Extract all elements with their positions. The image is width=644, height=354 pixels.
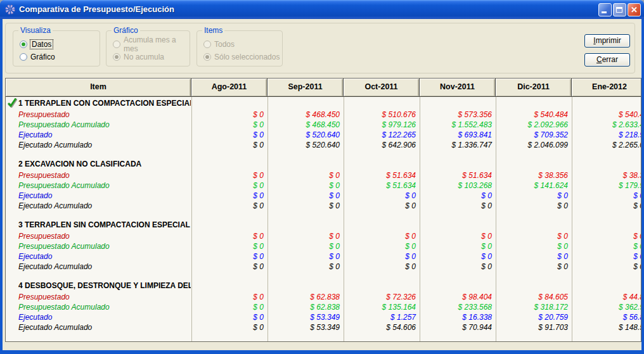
value-cell: $ 0 bbox=[191, 110, 267, 120]
data-row: Presupuestado$ 0$ 0$ 0$ 0$ 0$ 0 bbox=[6, 231, 641, 241]
value-cell: $ 0 bbox=[191, 322, 267, 332]
item-title-row[interactable]: 2 EXCAVACION NO CLASIFICADA bbox=[6, 158, 191, 170]
value-cell: $ 53.349 bbox=[267, 312, 344, 322]
radio-grafico-icon[interactable] bbox=[20, 53, 27, 61]
column-header-month[interactable]: Dic-2011 bbox=[496, 79, 572, 97]
row-label: Presupuestado Acumulado bbox=[6, 241, 191, 251]
value-cell: $ 0 bbox=[191, 241, 267, 251]
value-cell: $ 2.046.099 bbox=[496, 140, 572, 150]
value-cell: $ 0 bbox=[267, 262, 344, 272]
value-cell: $ 0 bbox=[191, 120, 267, 130]
value-cell: $ 0 bbox=[267, 180, 344, 191]
groupbox-visualiza-caption: Visualiza bbox=[18, 26, 53, 35]
value-cell: $ 318.172 bbox=[496, 302, 572, 312]
window-title: Comparativa de Presupuesto/Ejecución bbox=[19, 0, 174, 19]
row-label: Presupuestado bbox=[6, 170, 191, 180]
value-cell: $ 51.634 bbox=[420, 170, 496, 180]
value-cell: $ 0 bbox=[496, 241, 572, 251]
item-title-row[interactable]: 1 TERRAPLEN CON COMPACTACION ESPECIAL bbox=[6, 97, 191, 110]
comparison-table: ItemAgo-2011Sep-2011Oct-2011Nov-2011Dic-… bbox=[5, 78, 641, 342]
value-cell: $ 0 bbox=[496, 251, 572, 262]
value-cell: $ 362.9 bbox=[572, 302, 641, 312]
section-spacer bbox=[6, 272, 641, 279]
minimize-icon bbox=[602, 11, 607, 13]
title-bar[interactable]: Comparativa de Presupuesto/Ejecución ✕ bbox=[0, 0, 644, 19]
column-header-month[interactable]: Nov-2011 bbox=[420, 79, 496, 97]
value-cell: $ 103.268 bbox=[420, 180, 496, 191]
cerrar-button[interactable]: Cerrar bbox=[584, 53, 630, 66]
data-row: Ejecutado$ 0$ 53.349$ 1.257$ 16.338$ 20.… bbox=[6, 312, 641, 322]
data-row: Ejecutado$ 0$ 0$ 0$ 0$ 0$ 0 bbox=[6, 191, 641, 201]
radio-datos-label[interactable]: Datos bbox=[30, 40, 53, 49]
value-cell: $ 1.552.483 bbox=[420, 120, 496, 130]
value-cell: $ 0 bbox=[420, 231, 496, 241]
row-label: Ejecutado Acumulado bbox=[6, 322, 191, 332]
column-header-month[interactable]: Oct-2011 bbox=[344, 79, 420, 97]
column-separator bbox=[572, 97, 572, 341]
value-cell: $ 98.404 bbox=[420, 292, 496, 302]
radio-option-grafico[interactable]: Gráfico bbox=[20, 52, 55, 62]
value-cell: $ 979.126 bbox=[344, 120, 420, 130]
value-cell: $ 179.9 bbox=[572, 180, 641, 191]
radio-datos-icon[interactable] bbox=[20, 41, 27, 48]
value-cell: $ 540.484 bbox=[496, 110, 572, 120]
value-cell: $ 20.759 bbox=[496, 312, 572, 322]
groupbox-items-caption: Items bbox=[202, 26, 224, 35]
value-cell: $ 1.336.747 bbox=[420, 140, 496, 150]
column-header-month[interactable]: Sep-2011 bbox=[267, 79, 344, 97]
data-row: Presupuestado Acumulado$ 0$ 0$ 0$ 0$ 0$ … bbox=[6, 241, 641, 251]
maximize-button[interactable] bbox=[613, 3, 626, 16]
close-icon: ✕ bbox=[628, 4, 640, 16]
radio-option-todos: Todos bbox=[203, 39, 235, 49]
app-icon bbox=[5, 4, 15, 15]
item-title-row[interactable]: 4 DESBOSQUE, DESTRONQUE Y LIMPIEZA DEL T… bbox=[6, 279, 191, 292]
value-cell: $ 141.624 bbox=[496, 180, 572, 191]
value-cell: $ 0 bbox=[344, 251, 420, 262]
data-row: Ejecutado Acumulado$ 0$ 53.349$ 54.606$ … bbox=[6, 322, 641, 332]
value-cell: $ 0 bbox=[191, 130, 267, 140]
radio-grafico-label[interactable]: Gráfico bbox=[30, 53, 55, 61]
value-cell: $ 520.640 bbox=[267, 130, 344, 140]
row-label: Presupuestado Acumulado bbox=[6, 180, 191, 191]
value-cell: $ 709.352 bbox=[496, 130, 572, 140]
table-header-row: ItemAgo-2011Sep-2011Oct-2011Nov-2011Dic-… bbox=[6, 79, 641, 97]
column-header-month[interactable]: Ago-2011 bbox=[191, 79, 267, 97]
row-label: Presupuestado bbox=[6, 231, 191, 241]
data-row: Presupuestado Acumulado$ 0$ 0$ 51.634$ 1… bbox=[6, 180, 641, 191]
value-cell: $ 218.9 bbox=[572, 130, 641, 140]
column-separator bbox=[420, 97, 420, 341]
data-row: Ejecutado Acumulado$ 0$ 0$ 0$ 0$ 0$ 0 bbox=[6, 201, 641, 211]
data-row: Presupuestado Acumulado$ 0$ 62.838$ 135.… bbox=[6, 302, 641, 312]
close-button[interactable]: ✕ bbox=[628, 3, 641, 16]
item-title: 3 TERRAPLEN SIN COMPACTACION ESPECIAL bbox=[18, 220, 190, 229]
value-cell: $ 0 bbox=[191, 140, 267, 150]
value-cell: $ 0 bbox=[496, 201, 572, 211]
data-row: Presupuestado$ 0$ 62.838$ 72.326$ 98.404… bbox=[6, 292, 641, 302]
client-area: Visualiza Datos Gráfico Gráfico Acumula … bbox=[3, 19, 641, 350]
item-title: 1 TERRAPLEN CON COMPACTACION ESPECIAL bbox=[18, 99, 191, 108]
groupbox-grafico-caption: Gráfico bbox=[112, 26, 140, 35]
data-row: Presupuestado$ 0$ 468.450$ 510.676$ 573.… bbox=[6, 110, 641, 120]
minimize-button[interactable] bbox=[598, 3, 612, 16]
imprimir-button[interactable]: Imprimir bbox=[584, 34, 630, 47]
data-row: Ejecutado Acumulado$ 0$ 520.640$ 642.906… bbox=[6, 140, 641, 150]
groupbox-items: Items Todos Sólo seleccionados bbox=[196, 30, 283, 66]
groupbox-visualiza: Visualiza Datos Gráfico bbox=[13, 30, 100, 66]
value-cell: $ 510.676 bbox=[344, 110, 420, 120]
value-cell: $ 148.5 bbox=[572, 322, 641, 332]
value-cell: $ 53.349 bbox=[267, 322, 344, 332]
section-spacer bbox=[6, 211, 641, 218]
column-separator bbox=[344, 97, 344, 341]
value-cell: $ 0 bbox=[496, 191, 572, 201]
radio-option-acumula: Acumula mes a mes bbox=[113, 39, 190, 49]
value-cell: $ 0 bbox=[191, 292, 267, 302]
radio-option-datos[interactable]: Datos bbox=[20, 39, 53, 49]
column-header-item[interactable]: Item bbox=[6, 79, 191, 97]
column-header-month[interactable]: Ene-2012 bbox=[572, 79, 641, 97]
row-label: Ejecutado bbox=[6, 312, 191, 322]
value-cell: $ 0 bbox=[420, 262, 496, 272]
value-cell: $ 122.265 bbox=[344, 130, 420, 140]
item-title-row[interactable]: 3 TERRAPLEN SIN COMPACTACION ESPECIAL bbox=[6, 218, 191, 231]
value-cell: $ 0 bbox=[344, 191, 420, 201]
value-cell: $ 2.092.966 bbox=[496, 120, 572, 130]
